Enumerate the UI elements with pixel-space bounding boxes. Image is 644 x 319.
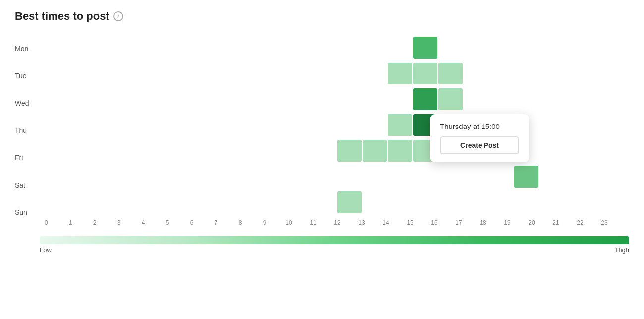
cell-fri-23 [615, 140, 640, 162]
cell-fri-14[interactable] [388, 140, 412, 162]
legend-bar [40, 236, 629, 244]
cell-mon-12 [337, 37, 362, 59]
y-label-mon: Mon [15, 36, 29, 62]
cell-wed-15[interactable] [413, 88, 437, 110]
cell-wed-22 [590, 88, 614, 110]
cell-fri-21 [565, 140, 589, 162]
cell-mon-2 [85, 37, 109, 59]
cell-thu-9 [262, 114, 286, 136]
create-post-button[interactable]: Create Post [440, 136, 519, 154]
cell-sun-3 [110, 191, 134, 213]
cell-fri-0 [34, 140, 58, 162]
legend-high: High [616, 246, 629, 254]
cell-sat-17 [464, 166, 488, 188]
cell-mon-17 [464, 37, 488, 59]
cell-fri-22 [590, 140, 614, 162]
cell-mon-15[interactable] [413, 37, 437, 59]
cell-tue-5 [161, 63, 185, 84]
grid-row-sun [34, 190, 640, 215]
cell-tue-7 [211, 63, 235, 84]
cell-wed-12 [337, 88, 362, 110]
x-label-9: 9 [253, 219, 277, 226]
x-label-6: 6 [180, 219, 204, 226]
cell-fri-1 [59, 140, 84, 162]
heatmap-grid [34, 35, 640, 215]
y-label-tue: Tue [15, 63, 29, 89]
cell-sun-14 [388, 191, 412, 213]
cell-thu-10 [287, 114, 311, 136]
cell-fri-13[interactable] [363, 140, 387, 162]
cell-sat-19[interactable] [514, 166, 538, 188]
cell-sat-20 [539, 166, 564, 188]
cell-thu-7 [211, 114, 235, 136]
cell-sat-16 [438, 166, 463, 188]
x-label-14: 14 [374, 219, 398, 226]
cell-mon-3 [110, 37, 134, 59]
cell-sun-8 [236, 191, 261, 213]
cell-sat-3 [110, 166, 134, 188]
cell-tue-19 [514, 63, 538, 84]
cell-tue-11 [312, 63, 336, 84]
cell-tue-16[interactable] [438, 63, 463, 84]
cell-sun-2 [85, 191, 109, 213]
cell-thu-21 [565, 114, 589, 136]
cell-sun-4 [135, 191, 160, 213]
cell-thu-14[interactable] [388, 114, 412, 136]
cell-fri-12[interactable] [337, 140, 362, 162]
cell-sat-1 [59, 166, 84, 188]
cell-thu-23 [615, 114, 640, 136]
cell-fri-4 [135, 140, 160, 162]
x-label-22: 22 [568, 219, 592, 226]
cell-sat-21 [565, 166, 589, 188]
y-label-thu: Thu [15, 118, 29, 143]
cell-tue-15[interactable] [413, 63, 437, 84]
x-label-7: 7 [204, 219, 228, 226]
cell-thu-13 [363, 114, 387, 136]
cell-wed-1 [59, 88, 84, 110]
cell-wed-7 [211, 88, 235, 110]
cell-sat-13 [363, 166, 387, 188]
x-label-23: 23 [592, 219, 617, 226]
x-label-13: 13 [350, 219, 374, 226]
cell-sun-17 [464, 191, 488, 213]
cell-mon-6 [186, 37, 210, 59]
cell-mon-22 [590, 37, 614, 59]
x-label-1: 1 [58, 219, 83, 226]
cell-wed-11 [312, 88, 336, 110]
cell-tue-17 [464, 63, 488, 84]
cell-sun-20 [539, 191, 564, 213]
info-icon[interactable]: i [113, 11, 123, 21]
cell-mon-11 [312, 37, 336, 59]
y-axis-labels: MonTueWedThuFriSatSun [15, 35, 34, 226]
cell-sun-6 [186, 191, 210, 213]
cell-wed-16[interactable] [438, 88, 463, 110]
x-label-12: 12 [325, 219, 350, 226]
x-label-4: 4 [131, 219, 156, 226]
cell-thu-1 [59, 114, 84, 136]
page-title: Best times to post [15, 10, 109, 23]
x-label-20: 20 [520, 219, 544, 226]
cell-sat-6 [186, 166, 210, 188]
x-label-0: 0 [34, 219, 58, 226]
cell-thu-2 [85, 114, 109, 136]
cell-tue-18 [489, 63, 513, 84]
cell-thu-0 [34, 114, 58, 136]
cell-sat-8 [236, 166, 261, 188]
cell-tue-14[interactable] [388, 63, 412, 84]
cell-fri-9 [262, 140, 286, 162]
cell-mon-9 [262, 37, 286, 59]
cell-mon-20 [539, 37, 564, 59]
cell-wed-8 [236, 88, 261, 110]
cell-mon-16 [438, 37, 463, 59]
grid-row-fri [34, 138, 640, 164]
cell-wed-4 [135, 88, 160, 110]
cell-sat-5 [161, 166, 185, 188]
cell-wed-2 [85, 88, 109, 110]
cell-mon-14 [388, 37, 412, 59]
cell-sun-12[interactable] [337, 191, 362, 213]
cell-thu-8 [236, 114, 261, 136]
cell-sun-11 [312, 191, 336, 213]
cell-wed-3 [110, 88, 134, 110]
grid-row-wed [34, 86, 640, 112]
cell-sun-22 [590, 191, 614, 213]
